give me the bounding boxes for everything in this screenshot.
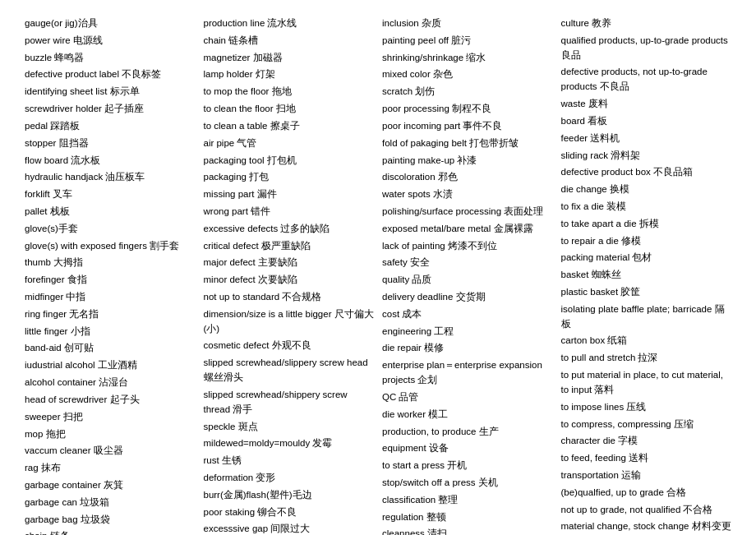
- list-item: engineering 工程: [382, 325, 553, 339]
- list-item: classification 整理: [382, 493, 553, 508]
- list-item: culture 教养: [561, 16, 732, 31]
- list-item: painting make-up 补漆: [382, 154, 553, 168]
- list-item: little finger 小指: [25, 325, 196, 339]
- list-item: isolating plate baffle plate; barricade …: [561, 302, 732, 332]
- list-item: defective product box 不良品箱: [561, 165, 732, 180]
- list-item: dimension/size is a little bigger 尺寸偏大(小…: [204, 307, 375, 337]
- list-item: critical defect 极严重缺陷: [204, 239, 375, 254]
- list-item: defective products, not up-to-grade prod…: [561, 65, 732, 95]
- list-item: to repair a die 修模: [561, 234, 732, 249]
- list-item: transportation 运输: [561, 468, 732, 483]
- list-item: flow board 流水板: [25, 154, 196, 168]
- list-item: to compress, compressing 压缩: [561, 417, 732, 432]
- list-item: production line 流水线: [204, 16, 375, 31]
- list-item: to clean a table 擦桌子: [204, 119, 375, 134]
- list-item: excesssive gap 间限过大: [204, 522, 375, 535]
- list-item: sliding rack 滑料架: [561, 149, 732, 164]
- column-2: production line 流水线chain 链条槽magnetizer 加…: [204, 16, 375, 535]
- list-item: to feed, feeding 送料: [561, 451, 732, 466]
- list-item: wrong part 错件: [204, 205, 375, 219]
- list-item: die change 换模: [561, 182, 732, 197]
- list-item: identifying sheet list 标示单: [25, 85, 196, 99]
- list-item: not up to standard 不合规格: [204, 290, 375, 305]
- list-item: magnetizer 加磁器: [204, 51, 375, 66]
- list-item: buzzle 蜂鸣器: [25, 51, 196, 66]
- list-item: gauge(or jig)治具: [25, 16, 196, 31]
- list-item: deformation 变形: [204, 471, 375, 486]
- list-item: discoloration 邪色: [382, 170, 553, 185]
- list-item: burr(金属)flash(塑件)毛边: [204, 488, 375, 503]
- list-item: character die 字模: [561, 434, 732, 449]
- list-item: delivery deadline 交货期: [382, 290, 553, 305]
- list-item: enterprise plan＝enterprise expansion pro…: [382, 358, 553, 388]
- list-item: power wire 电源线: [25, 34, 196, 48]
- list-item: basket 蜘蛛丝: [561, 268, 732, 283]
- list-item: chain 链条: [25, 529, 196, 535]
- list-item: water spots 水渍: [382, 187, 553, 202]
- list-item: carton box 纸箱: [561, 334, 732, 348]
- column-3: inclusion 杂质painting peel off 脏污shrinkin…: [382, 16, 553, 535]
- list-item: slipped screwhead/slippery screw head 螺丝…: [204, 356, 375, 385]
- list-item: to impose lines 压线: [561, 400, 732, 415]
- list-item: feeder 送料机: [561, 131, 732, 146]
- list-item: poor incoming part 事件不良: [382, 119, 553, 134]
- list-item: to put material in place, to cut materia…: [561, 368, 732, 398]
- list-item: glove(s)手套: [25, 222, 196, 237]
- list-item: to start a press 开机: [382, 459, 553, 473]
- list-item: hydraulic handjack 油压板车: [25, 170, 196, 185]
- list-item: (be)qualfied, up to grade 合格: [561, 486, 732, 500]
- list-item: packing material 包材: [561, 251, 732, 265]
- list-item: speckle 斑点: [204, 420, 375, 435]
- list-item: scratch 划伤: [382, 85, 553, 99]
- list-item: poor staking 铆合不良: [204, 505, 375, 520]
- list-item: missing part 漏件: [204, 187, 375, 202]
- list-item: glove(s) with exposed fingers 割手套: [25, 239, 196, 254]
- list-item: material change, stock change 材料变更: [561, 519, 732, 534]
- list-item: sweeper 扫把: [25, 410, 196, 425]
- list-item: packaging 打包: [204, 170, 375, 185]
- list-item: slipped screwhead/shippery screw thread …: [204, 388, 375, 417]
- list-item: packaging tool 打包机: [204, 154, 375, 168]
- list-item: cosmetic defect 外观不良: [204, 339, 375, 353]
- list-item: to take apart a die 拆模: [561, 217, 732, 232]
- list-item: rust 生锈: [204, 454, 375, 468]
- list-item: cost 成本: [382, 307, 553, 322]
- list-item: qualified products, up-to-grade products…: [561, 34, 732, 63]
- list-item: mildewed=moldy=mouldy 发霉: [204, 436, 375, 451]
- list-item: painting peel off 脏污: [382, 34, 553, 48]
- list-item: excessive defects 过多的缺陷: [204, 222, 375, 237]
- list-item: die repair 模修: [382, 341, 553, 356]
- list-item: air pipe 气管: [204, 136, 375, 151]
- column-1: gauge(or jig)治具power wire 电源线buzzle 蜂鸣器d…: [25, 16, 196, 535]
- list-item: garbage can 垃圾箱: [25, 496, 196, 510]
- list-item: midfinger 中指: [25, 290, 196, 305]
- column-4: culture 教养qualified products, up-to-grad…: [561, 16, 732, 535]
- list-item: plastic basket 胶筐: [561, 285, 732, 300]
- list-item: exposed metal/bare metal 金属裸露: [382, 222, 553, 237]
- list-item: pedal 踩踏板: [25, 119, 196, 134]
- list-item: to pull and stretch 拉深: [561, 351, 732, 366]
- list-item: cleanness 清扫: [382, 527, 553, 535]
- list-item: major defect 主要缺陷: [204, 256, 375, 270]
- list-item: lack of painting 烤漆不到位: [382, 239, 553, 254]
- list-item: quality 品质: [382, 273, 553, 288]
- list-item: iudustrial alcohol 工业酒精: [25, 358, 196, 373]
- list-item: to mop the floor 拖地: [204, 85, 375, 99]
- list-item: vaccum cleaner 吸尘器: [25, 444, 196, 459]
- list-item: defective product label 不良标签: [25, 67, 196, 82]
- list-item: garbage bag 垃圾袋: [25, 513, 196, 528]
- list-item: die worker 模工: [382, 408, 553, 422]
- main-content: gauge(or jig)治具power wire 电源线buzzle 蜂鸣器d…: [25, 16, 731, 535]
- list-item: forklift 叉车: [25, 187, 196, 202]
- list-item: equipment 设备: [382, 441, 553, 456]
- list-item: fold of pakaging belt 打包带折皱: [382, 136, 553, 151]
- list-item: lamp holder 灯架: [204, 67, 375, 82]
- list-item: regulation 整顿: [382, 510, 553, 525]
- list-item: inclusion 杂质: [382, 16, 553, 31]
- list-item: QC 品管: [382, 390, 553, 405]
- list-item: garbage container 灰箕: [25, 478, 196, 493]
- list-item: alcohol container 沾湿台: [25, 376, 196, 390]
- list-item: mixed color 杂色: [382, 67, 553, 82]
- list-item: pallet 栈板: [25, 205, 196, 219]
- list-item: mop 拖把: [25, 427, 196, 442]
